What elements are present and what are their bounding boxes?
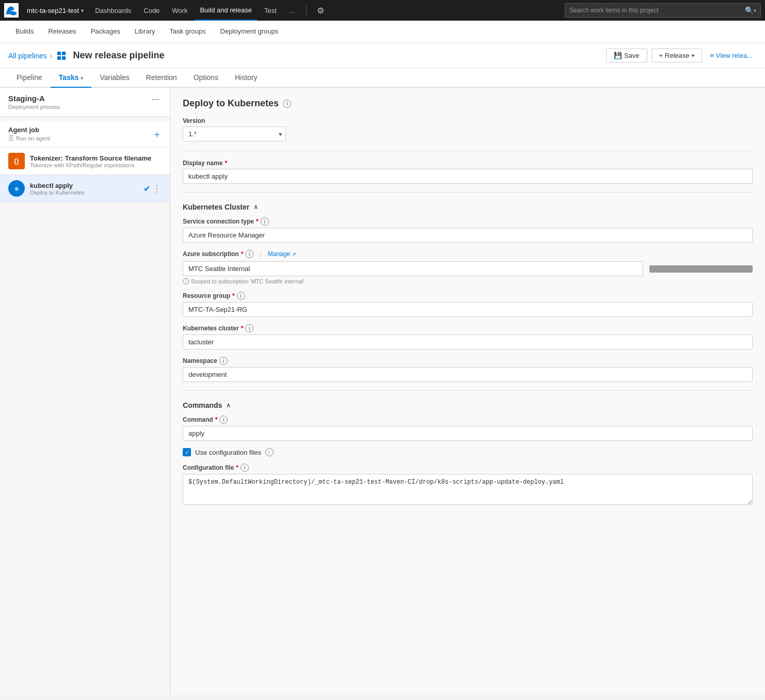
- breadcrumb: All pipelines › New release pipeline: [8, 50, 164, 62]
- nav-releases[interactable]: Releases: [41, 21, 83, 43]
- scoped-subscription-info: i Scoped to subscription 'MTC Seattle In…: [183, 278, 753, 284]
- nav-work[interactable]: Work: [167, 0, 193, 21]
- list-item[interactable]: ⎈ kubectl apply Deploy to Kubernetes ✔ ⋮: [0, 175, 170, 202]
- version-section: Version 1.* ▾: [183, 117, 753, 141]
- nav-build-and-release[interactable]: Build and release: [195, 0, 257, 21]
- nav-code[interactable]: Code: [138, 0, 165, 21]
- right-panel: Deploy to Kubernetes i Version 1.* ▾ Dis…: [170, 88, 765, 695]
- namespace-input[interactable]: [183, 367, 753, 382]
- commands-section-collapse-icon[interactable]: ∧: [226, 402, 231, 409]
- page-title: New release pipeline: [73, 50, 164, 61]
- config-file-info-icon[interactable]: i: [241, 464, 249, 472]
- staging-info: Staging-A Deployment process: [8, 94, 60, 110]
- resource-group-input[interactable]: [183, 302, 753, 317]
- search-icon: 🔍: [745, 6, 754, 14]
- release-button[interactable]: + Release ▾: [651, 49, 702, 62]
- kubernetes-cluster-info-icon[interactable]: i: [245, 324, 253, 332]
- scoped-info-icon: i: [183, 278, 189, 284]
- nav-test[interactable]: Test: [259, 0, 282, 21]
- service-connection-info-icon[interactable]: i: [261, 217, 269, 226]
- service-connection-input[interactable]: [183, 228, 753, 243]
- version-select[interactable]: 1.*: [183, 126, 286, 141]
- resource-group-field: Resource group * i: [183, 292, 753, 317]
- agent-job-label: Agent job: [8, 126, 50, 134]
- tab-variables[interactable]: Variables: [91, 68, 137, 88]
- breadcrumb-separator: ›: [50, 52, 53, 60]
- list-item[interactable]: {} Tokenizer: Transform Source filename …: [0, 148, 170, 175]
- nav-dashboards[interactable]: Dashboards: [90, 0, 136, 21]
- use-config-files-label: Use configuration files: [195, 449, 261, 456]
- redacted-subscription-id: [649, 265, 753, 273]
- version-select-wrapper: 1.* ▾: [183, 126, 286, 141]
- tab-retention[interactable]: Retention: [138, 68, 185, 88]
- tab-options[interactable]: Options: [185, 68, 227, 88]
- azure-subscription-input[interactable]: [183, 261, 643, 276]
- save-icon: 💾: [614, 52, 622, 59]
- use-config-files-checkbox[interactable]: ✓: [183, 448, 191, 456]
- command-input[interactable]: [183, 426, 753, 441]
- nav-library[interactable]: Library: [128, 21, 163, 43]
- azure-subscription-label: Azure subscription * i: [183, 250, 253, 258]
- display-name-required-marker: *: [225, 160, 227, 167]
- search-input[interactable]: [569, 7, 745, 14]
- manage-link[interactable]: Manage ↗: [268, 250, 296, 258]
- nav-deployment-groups[interactable]: Deployment groups: [213, 21, 286, 43]
- config-file-field: Configuration file * i $(System.DefaultW…: [183, 464, 753, 506]
- staging-ellipsis-button[interactable]: ···: [150, 94, 162, 105]
- kubernetes-cluster-field: Kubernetes cluster * i: [183, 324, 753, 349]
- search-bar[interactable]: 🔍 ▾: [565, 3, 761, 18]
- svg-rect-1: [62, 52, 66, 55]
- cluster-section-collapse-icon[interactable]: ∧: [253, 203, 258, 211]
- kubectl-name: kubectl apply: [30, 182, 138, 189]
- tasks-tab-caret: ▾: [81, 75, 83, 81]
- settings-icon[interactable]: ⚙: [313, 6, 328, 15]
- agent-job-sub: ☰ Run on agent: [8, 135, 50, 142]
- title-info-icon[interactable]: i: [283, 100, 291, 108]
- project-name[interactable]: mtc-ta-sep21-test ▾: [23, 5, 88, 17]
- use-config-files-info-icon[interactable]: i: [265, 448, 274, 456]
- nav-divider: [306, 5, 307, 15]
- title-actions: 💾 Save + Release ▾ ≡ View relea...: [606, 49, 757, 62]
- add-task-button[interactable]: ＋: [152, 128, 162, 140]
- view-release-button[interactable]: ≡ View relea...: [706, 49, 757, 62]
- staging-sub: Deployment process: [8, 104, 60, 110]
- namespace-info-icon[interactable]: i: [219, 357, 228, 365]
- command-label: Command * i: [183, 416, 753, 424]
- breadcrumb-all-pipelines[interactable]: All pipelines: [8, 52, 47, 60]
- divider-2: [183, 192, 753, 193]
- main-layout: Staging-A Deployment process ··· Agent j…: [0, 88, 765, 695]
- search-chevron-icon[interactable]: ▾: [754, 8, 756, 13]
- left-panel: Staging-A Deployment process ··· Agent j…: [0, 88, 170, 695]
- namespace-field: Namespace i: [183, 357, 753, 382]
- azure-devops-logo[interactable]: [4, 3, 19, 18]
- svg-rect-3: [62, 56, 66, 60]
- resource-group-info-icon[interactable]: i: [237, 292, 245, 300]
- release-chevron-icon: ▾: [692, 53, 694, 58]
- tab-history[interactable]: History: [227, 68, 266, 88]
- tab-bar: Pipeline Tasks ▾ Variables Retention Opt…: [0, 68, 765, 88]
- tab-pipeline[interactable]: Pipeline: [8, 68, 51, 88]
- config-file-input[interactable]: $(System.DefaultWorkingDirectory)/_mtc-t…: [183, 474, 753, 505]
- kubectl-info: kubectl apply Deploy to Kubernetes: [30, 182, 138, 196]
- nav-task-groups[interactable]: Task groups: [162, 21, 213, 43]
- command-required-marker: *: [215, 416, 218, 423]
- nav-packages[interactable]: Packages: [84, 21, 128, 43]
- kubectl-icon: ⎈: [8, 180, 25, 197]
- kubectl-check-icon: ✔: [144, 184, 150, 194]
- service-connection-label: Service connection type * i: [183, 217, 753, 226]
- kubernetes-cluster-section-header: Kubernetes Cluster ∧: [183, 203, 753, 211]
- kubectl-dots-button[interactable]: ⋮: [152, 183, 162, 194]
- tab-tasks[interactable]: Tasks ▾: [51, 68, 92, 88]
- display-name-label: Display name *: [183, 160, 753, 167]
- nav-builds[interactable]: Builds: [8, 21, 41, 43]
- title-bar: All pipelines › New release pipeline 💾 S…: [0, 43, 765, 68]
- nav-more[interactable]: ...: [284, 0, 300, 21]
- tokenizer-sub: Tokenize with XPath/Regular expressions: [30, 162, 162, 168]
- command-info-icon[interactable]: i: [219, 416, 228, 424]
- azure-subscription-info-icon[interactable]: i: [245, 250, 253, 258]
- use-config-files-row: ✓ Use configuration files i: [183, 448, 753, 456]
- display-name-input[interactable]: [183, 169, 753, 184]
- azure-subscription-label-row: Azure subscription * i | Manage ↗: [183, 250, 753, 258]
- kubernetes-cluster-input[interactable]: [183, 335, 753, 349]
- save-button[interactable]: 💾 Save: [606, 49, 647, 62]
